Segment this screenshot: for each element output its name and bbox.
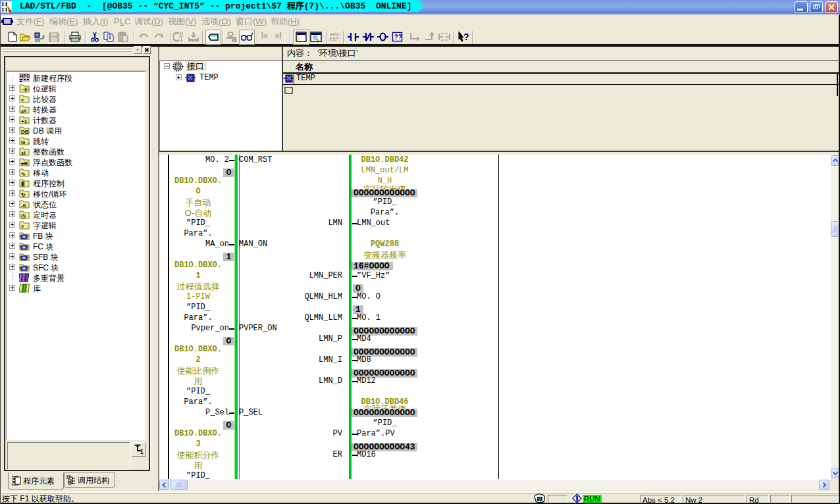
svg-text:±I: ±I	[21, 150, 26, 156]
svg-text:±R: ±R	[21, 161, 28, 166]
svg-text:-0: -0	[21, 203, 26, 209]
svg-text:??: ??	[394, 34, 402, 41]
svg-text:HFO: HFO	[330, 32, 340, 37]
svg-text:G→: G→	[21, 139, 30, 145]
svg-text:HFO: HFO	[20, 73, 30, 79]
svg-text:∿: ∿	[21, 171, 26, 177]
svg-text:≡: ≡	[21, 224, 24, 230]
svg-text:+1: +1	[21, 118, 28, 124]
svg-text:◷: ◷	[21, 213, 26, 219]
svg-text:DB: DB	[21, 129, 29, 135]
svg-text:▵▿: ▵▿	[20, 108, 27, 114]
svg-text:↻: ↻	[21, 192, 26, 198]
svg-text:<: <	[21, 97, 24, 103]
svg-text:?: ?	[463, 32, 469, 42]
svg-text:⊣⊢: ⊣⊢	[21, 87, 30, 93]
svg-text:Ⅲ: Ⅲ	[21, 181, 25, 188]
